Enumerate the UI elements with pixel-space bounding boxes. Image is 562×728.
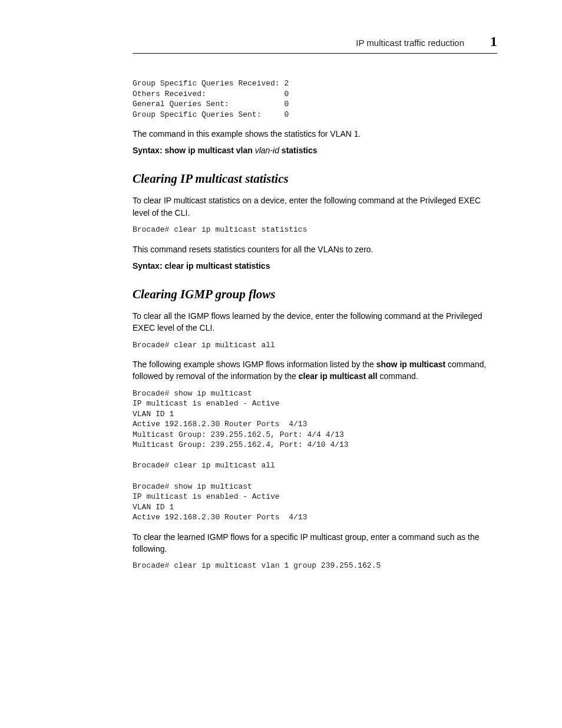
syntax-line: Syntax: clear ip multicast statistics [133,261,497,271]
cli-code: Brocade# clear ip multicast statistics [133,225,497,235]
syntax-suffix: statistics [282,146,318,155]
page-header: IP multicast traffic reduction 1 [133,34,497,54]
cli-code: Brocade# show ip multicast IP multicast … [133,388,497,523]
syntax-line: Syntax: show ip multicast vlan vlan-id s… [133,146,497,155]
cli-code: Brocade# clear ip multicast all [133,340,497,351]
section-heading: Clearing IP multicast statistics [133,172,497,186]
syntax-prefix: Syntax: show ip multicast vlan [133,146,253,155]
cli-code: Brocade# clear ip multicast vlan 1 group… [133,561,497,571]
syntax-var: vlan-id [255,146,279,155]
paragraph: The following example shows IGMP flows i… [133,358,497,383]
section-heading: Clearing IGMP group flows [133,287,497,302]
text-fragment: The following example shows IGMP flows i… [133,360,376,369]
inline-command: clear ip multicast all [299,371,378,381]
paragraph: To clear IP multicast statistics on a de… [133,195,497,219]
paragraph: To clear all the IGMP flows learned by t… [133,310,497,334]
header-title: IP multicast traffic reduction [356,38,464,48]
chapter-number: 1 [490,34,497,48]
inline-command: show ip multicast [376,360,445,369]
paragraph: The command in this example shows the st… [133,128,497,140]
paragraph: To clear the learned IGMP flows for a sp… [133,531,497,555]
paragraph: This command resets statistics counters … [133,243,497,255]
text-fragment: command. [378,371,418,381]
page: IP multicast traffic reduction 1 Group S… [0,0,562,728]
stats-output-block: Group Specific Queries Received: 2 Other… [133,78,497,120]
syntax-text: Syntax: clear ip multicast statistics [133,261,270,271]
